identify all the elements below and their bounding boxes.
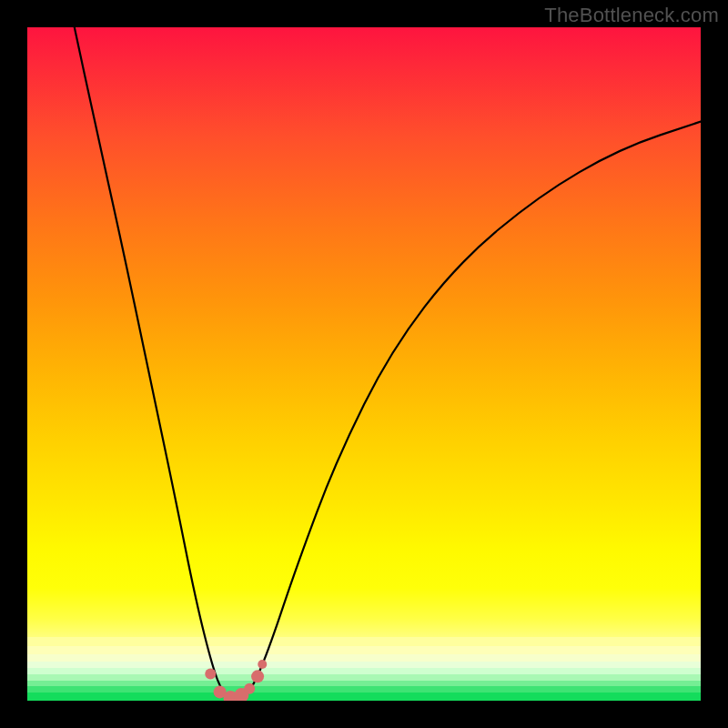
bottleneck-curve — [75, 27, 701, 698]
marker-0 — [205, 668, 216, 679]
chart-frame: TheBottleneck.com — [0, 0, 728, 728]
watermark-text: TheBottleneck.com — [544, 4, 719, 27]
plot-area — [27, 27, 701, 701]
marker-4 — [244, 683, 255, 694]
curve-layer — [27, 27, 701, 701]
marker-6 — [258, 660, 267, 669]
curve-markers — [205, 660, 267, 701]
marker-5 — [251, 670, 264, 682]
